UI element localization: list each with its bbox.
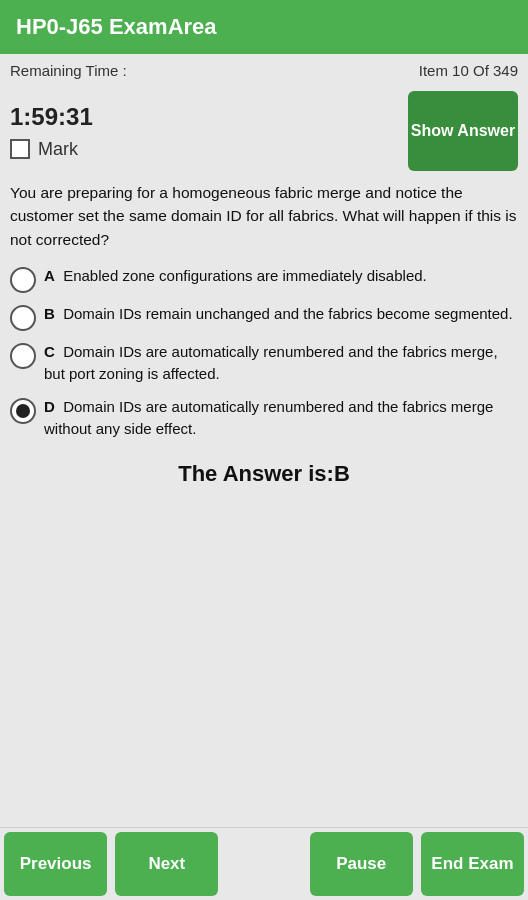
option-text-c: C Domain IDs are automatically renumbere…: [44, 341, 518, 386]
radio-c[interactable]: [10, 343, 36, 369]
option-row-b[interactable]: B Domain IDs remain unchanged and the fa…: [10, 303, 518, 331]
previous-button[interactable]: Previous: [4, 832, 107, 896]
option-row-a[interactable]: A Enabled zone configurations are immedi…: [10, 265, 518, 293]
timer-left: 1:59:31 Mark: [10, 103, 93, 160]
radio-d-fill: [16, 404, 30, 418]
app-title: HP0-J65 ExamArea: [16, 14, 217, 39]
app-header: HP0-J65 ExamArea: [0, 0, 528, 54]
remaining-label: Remaining Time :: [10, 62, 127, 79]
next-button[interactable]: Next: [115, 832, 218, 896]
options-list: A Enabled zone configurations are immedi…: [10, 265, 518, 441]
timer-display: 1:59:31: [10, 103, 93, 131]
bottom-nav: Previous Next Pause End Exam: [0, 827, 528, 900]
answer-text: The Answer is:B: [178, 461, 350, 486]
option-text-d: D Domain IDs are automatically renumbere…: [44, 396, 518, 441]
content-area: 1:59:31 Mark Show Answer You are prepari…: [0, 83, 528, 827]
mark-checkbox[interactable]: [10, 139, 30, 159]
answer-section: The Answer is:B: [10, 461, 518, 487]
radio-a[interactable]: [10, 267, 36, 293]
item-counter: Item 10 Of 349: [419, 62, 518, 79]
option-row-d[interactable]: D Domain IDs are automatically renumbere…: [10, 396, 518, 441]
mark-label: Mark: [38, 139, 78, 160]
nav-spacer: [222, 828, 305, 900]
option-text-b: B Domain IDs remain unchanged and the fa…: [44, 303, 513, 326]
pause-button[interactable]: Pause: [310, 832, 413, 896]
radio-b[interactable]: [10, 305, 36, 331]
end-exam-button[interactable]: End Exam: [421, 832, 524, 896]
question-text: You are preparing for a homogeneous fabr…: [10, 181, 518, 251]
mark-row: Mark: [10, 139, 93, 160]
show-answer-button[interactable]: Show Answer: [408, 91, 518, 171]
meta-row: Remaining Time : Item 10 Of 349: [0, 54, 528, 83]
option-text-a: A Enabled zone configurations are immedi…: [44, 265, 427, 288]
radio-d[interactable]: [10, 398, 36, 424]
timer-mark-row: 1:59:31 Mark Show Answer: [10, 91, 518, 171]
option-row-c[interactable]: C Domain IDs are automatically renumbere…: [10, 341, 518, 386]
